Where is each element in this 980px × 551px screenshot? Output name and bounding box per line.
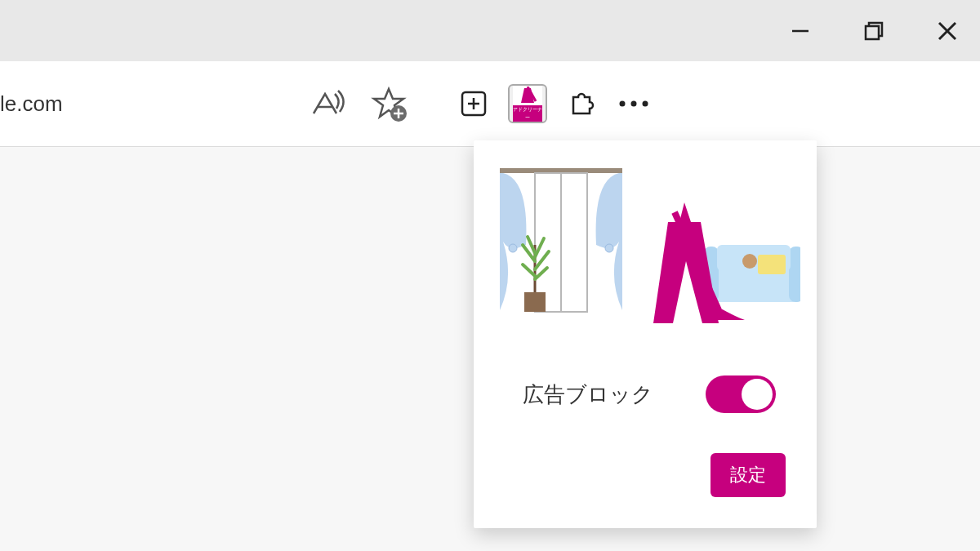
- svg-point-29: [744, 256, 749, 261]
- toggle-knob: [742, 379, 773, 410]
- puzzle-icon: [565, 87, 598, 120]
- extensions-button[interactable]: [565, 87, 598, 120]
- address-bar-row: le.com: [0, 61, 980, 147]
- more-icon: [616, 96, 652, 112]
- favorite-add-button[interactable]: [369, 84, 408, 123]
- svg-point-15: [643, 101, 648, 107]
- svg-point-13: [620, 101, 626, 107]
- more-button[interactable]: [616, 96, 652, 112]
- adblock-toggle[interactable]: [706, 375, 776, 413]
- adcleaner-extension-button[interactable]: アドクリーナー: [508, 84, 547, 123]
- close-icon: [935, 19, 960, 43]
- toolbar-right: アドクリーナー: [457, 84, 652, 123]
- adblock-toggle-label: 広告ブロック: [523, 380, 653, 409]
- maximize-button[interactable]: [858, 15, 890, 47]
- minimize-button[interactable]: [784, 15, 817, 47]
- svg-rect-27: [758, 255, 786, 274]
- svg-point-19: [509, 244, 517, 252]
- svg-rect-25: [789, 247, 800, 302]
- collections-button[interactable]: [457, 87, 490, 120]
- settings-button[interactable]: 設定: [710, 453, 786, 497]
- adcleaner-extension-icon: [513, 86, 542, 105]
- popup-illustration: [490, 163, 800, 327]
- adcleaner-extension-label: アドクリーナー: [513, 105, 542, 122]
- svg-point-28: [742, 254, 757, 269]
- close-button[interactable]: [931, 15, 964, 47]
- svg-rect-21: [524, 292, 546, 312]
- url-text: le.com: [0, 91, 63, 117]
- minimize-icon: [789, 20, 812, 42]
- collections-icon: [457, 87, 490, 120]
- svg-rect-2: [866, 26, 879, 39]
- svg-point-14: [631, 101, 637, 107]
- address-bar[interactable]: le.com: [0, 75, 425, 132]
- read-aloud-icon: [309, 86, 345, 122]
- read-aloud-button[interactable]: [309, 86, 345, 122]
- svg-point-30: [751, 256, 755, 261]
- extension-popup: 広告ブロック 設定: [474, 140, 817, 528]
- svg-point-20: [605, 244, 613, 252]
- maximize-icon: [862, 20, 885, 42]
- star-plus-icon: [369, 84, 408, 123]
- window-titlebar: [0, 0, 980, 61]
- adblock-toggle-row: 広告ブロック: [490, 375, 800, 413]
